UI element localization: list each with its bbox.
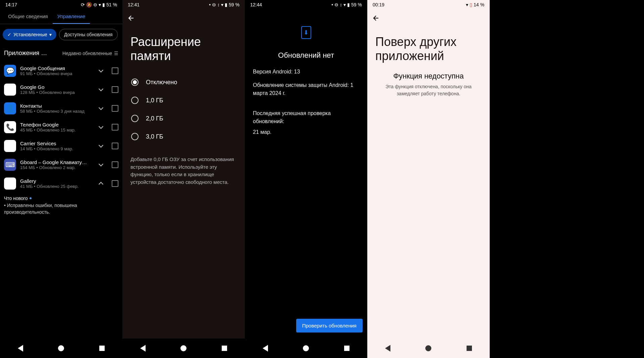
wifi-icon: ▾ — [99, 2, 101, 7]
tabs: Общие сведения Управление — [0, 9, 122, 24]
triangle-icon — [18, 345, 23, 352]
expand-button[interactable] — [97, 104, 106, 113]
nav-bar — [122, 339, 245, 358]
square-icon — [467, 346, 472, 351]
nav-recent[interactable] — [220, 344, 228, 352]
chevron-down-icon — [99, 68, 104, 73]
tab-manage[interactable]: Управление — [53, 9, 90, 24]
nav-recent[interactable] — [343, 344, 351, 352]
battery-pct: 59 % — [229, 2, 239, 7]
nav-back[interactable] — [16, 344, 24, 352]
square-icon — [344, 346, 350, 351]
chevron-down-icon — [99, 106, 104, 111]
radio-icon — [131, 79, 139, 86]
list-item[interactable]: ⌨ Gboard – Google Клавиату… 154 МБ • Обн… — [0, 155, 122, 174]
wifi-icon: ▾ — [466, 2, 468, 7]
section-title: Приложения … — [4, 50, 47, 57]
back-button[interactable] — [122, 9, 245, 28]
radio-option-3gb[interactable]: 3,0 ГБ — [128, 127, 239, 146]
expand-button[interactable] — [97, 141, 106, 151]
list-item[interactable]: 👤 Контакты 58 МБ • Обновлено 3 дня назад — [0, 99, 122, 118]
back-button[interactable] — [367, 9, 490, 28]
arrow-back-icon — [127, 14, 135, 22]
nav-home[interactable] — [179, 344, 187, 352]
dnd-icon: ⊖ — [334, 2, 338, 7]
checkbox[interactable] — [112, 67, 118, 74]
filter-installed[interactable]: ✓ Установленные ▾ — [3, 29, 56, 40]
chevron-down-icon: ▾ — [49, 32, 52, 37]
expand-button[interactable] — [97, 85, 106, 94]
checkbox[interactable] — [112, 180, 118, 187]
nav-back[interactable] — [139, 344, 147, 352]
wifi-icon: ▾ — [221, 2, 223, 7]
check-updates-button[interactable]: Проверить обновления — [296, 319, 363, 333]
unavailable-title: Функция недоступна — [367, 66, 490, 83]
status-icons: ▾ ▯ 14 % — [466, 2, 484, 7]
nav-recent[interactable] — [465, 344, 473, 352]
chevron-up-icon — [99, 181, 104, 186]
app-name: Телефон Google — [20, 122, 93, 127]
tab-general[interactable]: Общие сведения — [3, 9, 53, 24]
status-bar: 12:44 • ⊖ ↕ ▾ ▮ 59 % — [245, 0, 367, 9]
status-time: 14:17 — [5, 2, 17, 7]
app-meta: 58 МБ • Обновлено 3 дня назад — [20, 109, 93, 114]
nav-back[interactable] — [261, 344, 269, 352]
arrow-back-icon — [372, 14, 380, 22]
checkbox[interactable] — [112, 105, 118, 112]
sort-button[interactable]: Недавно обновленные ☰ — [62, 51, 118, 56]
sort-icon: ☰ — [114, 51, 118, 56]
radio-icon — [131, 115, 139, 122]
filter-updates[interactable]: Доступны обновления — [59, 29, 118, 40]
status-bar: 14:17 ⟳ 🔕 ⊖ ▾ ▮ 51 % — [0, 0, 122, 9]
nav-back[interactable] — [384, 344, 392, 352]
nav-home[interactable] — [57, 344, 65, 352]
phone-download-icon: ⬇ — [301, 26, 311, 39]
dnd-icon: ⊖ — [93, 2, 97, 7]
battery-icon: ▮ — [347, 2, 350, 7]
status-bar: 00:19 ▾ ▯ 14 % — [367, 0, 490, 9]
app-meta: 41 МБ • Обновлено 25 февр. — [20, 184, 93, 189]
circle-icon — [58, 345, 64, 351]
data-icon: ↕ — [340, 2, 342, 7]
radio-option-2gb[interactable]: 2,0 ГБ — [128, 109, 239, 127]
list-item[interactable]: G Google Go 128 МБ • Обновлено вчера — [0, 80, 122, 99]
list-item[interactable]: 🖼 Gallery 41 МБ • Обновлено 25 февр. — [0, 174, 122, 193]
list-item[interactable]: ▶ Carrier Services 14 МБ • Обновлено 9 м… — [0, 137, 122, 155]
nav-home[interactable] — [424, 344, 432, 352]
status-time: 00:19 — [373, 2, 384, 7]
nav-recent[interactable] — [98, 344, 106, 352]
screen-memory-extension: 12:41 • ⊖ ↕ ▾ ▮ 59 % Расширение памяти О… — [122, 0, 245, 358]
list-item[interactable]: 📞 Телефон Google 45 МБ • Обновлено 15 ма… — [0, 118, 122, 137]
wifi-icon: ▾ — [343, 2, 346, 7]
app-info: Google Сообщения 91 МБ • Обновлено вчера — [20, 65, 93, 76]
radio-option-1gb[interactable]: 1,0 ГБ — [128, 91, 239, 109]
list-item[interactable]: 💬 Google Сообщения 91 МБ • Обновлено вче… — [0, 61, 122, 80]
nav-home[interactable] — [302, 344, 310, 352]
checkbox[interactable] — [112, 143, 118, 149]
radio-list: Отключено 1,0 ГБ 2,0 ГБ 3,0 ГБ — [122, 66, 245, 152]
circle-icon — [303, 345, 309, 351]
last-check-label: Последняя успешная проверка обновлений: — [245, 107, 367, 128]
checkbox[interactable] — [112, 124, 118, 131]
expand-button[interactable] — [97, 66, 106, 75]
status-time: 12:41 — [128, 2, 140, 7]
triangle-icon — [385, 345, 390, 352]
app-icon-gboard: ⌨ — [4, 159, 16, 171]
app-meta: 45 МБ • Обновлено 15 мар. — [20, 127, 93, 133]
section-header: Приложения … Недавно обновленные ☰ — [0, 45, 122, 61]
nav-bar — [245, 339, 367, 358]
checkbox[interactable] — [112, 161, 118, 168]
dnd-icon: ⊖ — [212, 2, 216, 7]
expand-button[interactable] — [97, 122, 106, 132]
checkbox[interactable] — [112, 86, 118, 93]
expand-button[interactable] — [97, 160, 106, 169]
collapse-button[interactable] — [97, 179, 106, 188]
chevron-down-icon — [99, 87, 104, 92]
radio-label: Отключено — [146, 79, 177, 86]
app-icon-gallery: 🖼 — [4, 177, 16, 190]
description: Добавьте 0,0 ГБ ОЗУ за счет использовани… — [122, 152, 245, 189]
nav-bar — [0, 339, 122, 358]
radio-option-disabled[interactable]: Отключено — [128, 73, 239, 91]
filter-installed-label: Установленные — [13, 32, 47, 37]
app-info: Gboard – Google Клавиату… 154 МБ • Обнов… — [20, 159, 93, 170]
